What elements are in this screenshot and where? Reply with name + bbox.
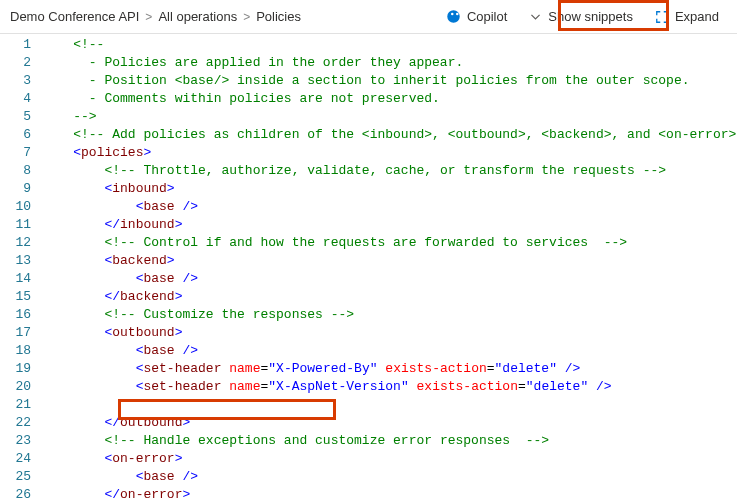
code-line[interactable]: <inbound>: [42, 180, 737, 198]
copilot-icon: [446, 9, 461, 24]
show-snippets-label: Show snippets: [548, 9, 633, 24]
code-line[interactable]: <!-- Control if and how the requests are…: [42, 234, 737, 252]
code-line[interactable]: <outbound>: [42, 324, 737, 342]
breadcrumb-item-policies[interactable]: Policies: [256, 9, 301, 24]
line-number: 22: [0, 414, 31, 432]
line-number: 15: [0, 288, 31, 306]
breadcrumb: Demo Conference API > All operations > P…: [10, 9, 301, 24]
code-line[interactable]: - Position <base/> inside a section to i…: [42, 72, 737, 90]
code-line[interactable]: - Policies are applied in the order they…: [42, 54, 737, 72]
line-number: 24: [0, 450, 31, 468]
header-bar: Demo Conference API > All operations > P…: [0, 0, 737, 34]
line-number-gutter: 1234567891011121314151617181920212223242…: [0, 34, 42, 504]
expand-icon: [655, 10, 669, 24]
line-number: 6: [0, 126, 31, 144]
code-line[interactable]: <!-- Add policies as children of the <in…: [42, 126, 737, 144]
code-line[interactable]: <set-header name="X-Powered-By" exists-a…: [42, 360, 737, 378]
line-number: 17: [0, 324, 31, 342]
code-line[interactable]: <!--: [42, 36, 737, 54]
code-line[interactable]: <base />: [42, 342, 737, 360]
line-number: 1: [0, 36, 31, 54]
line-number: 5: [0, 108, 31, 126]
line-number: 4: [0, 90, 31, 108]
code-line[interactable]: </on-error>: [42, 486, 737, 504]
code-line[interactable]: </backend>: [42, 288, 737, 306]
line-number: 3: [0, 72, 31, 90]
line-number: 14: [0, 270, 31, 288]
line-number: 13: [0, 252, 31, 270]
code-line[interactable]: <policies>: [42, 144, 737, 162]
line-number: 25: [0, 468, 31, 486]
show-snippets-button[interactable]: Show snippets: [521, 5, 641, 28]
line-number: 23: [0, 432, 31, 450]
code-line[interactable]: - Comments within policies are not prese…: [42, 90, 737, 108]
code-line[interactable]: <base />: [42, 468, 737, 486]
line-number: 20: [0, 378, 31, 396]
code-line[interactable]: </inbound>: [42, 216, 737, 234]
code-line[interactable]: [42, 396, 737, 414]
code-editor[interactable]: 1234567891011121314151617181920212223242…: [0, 34, 737, 504]
chevron-down-icon: [529, 10, 542, 23]
line-number: 18: [0, 342, 31, 360]
line-number: 10: [0, 198, 31, 216]
copilot-label: Copilot: [467, 9, 507, 24]
line-number: 7: [0, 144, 31, 162]
code-line[interactable]: <set-header name="X-AspNet-Version" exis…: [42, 378, 737, 396]
code-line[interactable]: <base />: [42, 270, 737, 288]
code-line[interactable]: <!-- Throttle, authorize, validate, cach…: [42, 162, 737, 180]
code-line[interactable]: <backend>: [42, 252, 737, 270]
line-number: 11: [0, 216, 31, 234]
breadcrumb-separator: >: [243, 10, 250, 24]
line-number: 12: [0, 234, 31, 252]
line-number: 19: [0, 360, 31, 378]
breadcrumb-item-api[interactable]: Demo Conference API: [10, 9, 139, 24]
line-number: 21: [0, 396, 31, 414]
code-line[interactable]: -->: [42, 108, 737, 126]
breadcrumb-separator: >: [145, 10, 152, 24]
breadcrumb-item-operations[interactable]: All operations: [158, 9, 237, 24]
line-number: 26: [0, 486, 31, 504]
code-line[interactable]: <base />: [42, 198, 737, 216]
code-line[interactable]: <on-error>: [42, 450, 737, 468]
line-number: 8: [0, 162, 31, 180]
code-line[interactable]: <!-- Customize the responses -->: [42, 306, 737, 324]
code-line[interactable]: </outbound>: [42, 414, 737, 432]
expand-label: Expand: [675, 9, 719, 24]
line-number: 9: [0, 180, 31, 198]
code-line[interactable]: <!-- Handle exceptions and customize err…: [42, 432, 737, 450]
line-number: 16: [0, 306, 31, 324]
toolbar: Copilot Show snippets Expand: [438, 5, 727, 28]
code-content-area[interactable]: <!-- - Policies are applied in the order…: [42, 34, 737, 504]
expand-button[interactable]: Expand: [647, 5, 727, 28]
copilot-button[interactable]: Copilot: [438, 5, 515, 28]
line-number: 2: [0, 54, 31, 72]
